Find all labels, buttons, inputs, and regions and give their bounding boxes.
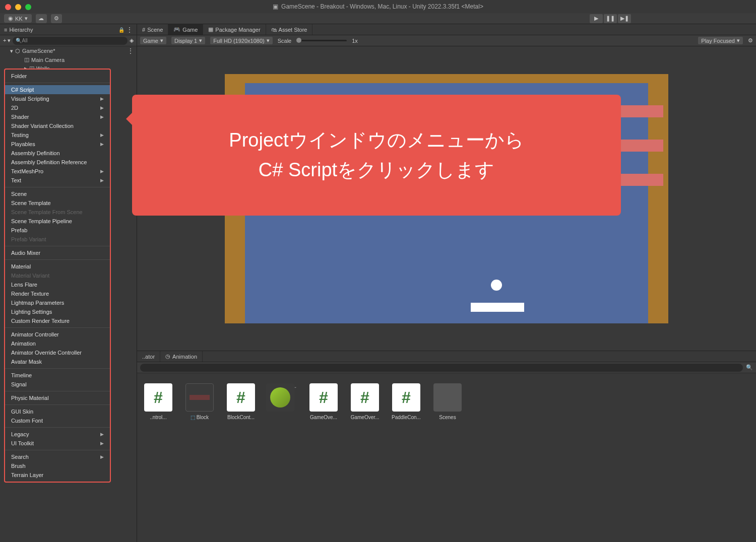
chevron-right-icon: ▶ bbox=[100, 132, 104, 138]
asset-item[interactable]: Scenes bbox=[431, 383, 464, 420]
account-menu[interactable]: ◉ KK ▾ bbox=[4, 14, 32, 23]
project-search[interactable] bbox=[140, 364, 743, 372]
asset-item[interactable]: #..ntrol... bbox=[142, 383, 174, 420]
expand-icon[interactable]: ▾ bbox=[10, 48, 13, 54]
menu-search[interactable]: Search▶ bbox=[5, 452, 110, 461]
menu-legacy[interactable]: Legacy▶ bbox=[5, 430, 110, 439]
menu-brush[interactable]: Brush bbox=[5, 461, 110, 470]
asset-item[interactable]: #GameOve... bbox=[307, 383, 340, 420]
lock-icon[interactable] bbox=[118, 27, 124, 33]
menu-scene-template-pipeline[interactable]: Scene Template Pipeline bbox=[5, 217, 110, 226]
create-dropdown[interactable]: + ▾ bbox=[3, 37, 11, 44]
tree-item-label: Main Camera bbox=[31, 57, 65, 63]
menu-audio-mixer[interactable]: Audio Mixer bbox=[5, 248, 110, 257]
display-dropdown[interactable]: Display 1▾ bbox=[171, 37, 205, 44]
script-icon: # bbox=[392, 383, 420, 412]
step-button[interactable]: ▶❚ bbox=[618, 14, 631, 23]
chevron-right-icon: ▶ bbox=[100, 432, 104, 437]
menu-material[interactable]: Material bbox=[5, 262, 110, 271]
asset-item[interactable]: ⬚ Block bbox=[183, 383, 216, 420]
title-text: GameScene - Breakout - Windows, Mac, Lin… bbox=[281, 3, 483, 10]
menu-assembly-definition[interactable]: Assembly Definition bbox=[5, 149, 110, 158]
chevron-down-icon: ▾ bbox=[199, 37, 202, 44]
menu-timeline[interactable]: Timeline bbox=[5, 371, 110, 380]
hierarchy-search[interactable]: 🔍 All bbox=[13, 37, 128, 45]
menu-csharp-script[interactable]: C# Script bbox=[5, 85, 110, 94]
asset-item[interactable]: #PaddleCon... bbox=[390, 383, 422, 420]
menu-folder[interactable]: Folder bbox=[5, 72, 110, 81]
menu-gui-skin[interactable]: GUI Skin bbox=[5, 407, 110, 416]
menu-textmeshpro[interactable]: TextMeshPro▶ bbox=[5, 167, 110, 176]
menu-shader-variant[interactable]: Shader Variant Collection bbox=[5, 121, 110, 130]
create-context-menu: Folder C# Script Visual Scripting▶ 2D▶ S… bbox=[4, 69, 111, 483]
menu-text[interactable]: Text▶ bbox=[5, 176, 110, 185]
hierarchy-tab[interactable]: ≡ Hierarchy bbox=[0, 24, 137, 35]
scene-menu-icon[interactable] bbox=[128, 47, 134, 54]
tree-item[interactable]: ◫ Main Camera bbox=[0, 55, 137, 64]
menu-terrain-layer[interactable]: Terrain Layer bbox=[5, 470, 110, 480]
tutorial-callout: Projectウインドウのメニューから C# Scriptをクリックします bbox=[132, 95, 621, 216]
tab-package-manager[interactable]: ▦Package Manager bbox=[203, 24, 266, 35]
resolution-dropdown[interactable]: Full HD (1920x1080)▾ bbox=[210, 37, 273, 44]
menu-lightmap[interactable]: Lightmap Parameters bbox=[5, 298, 110, 307]
script-icon: # bbox=[227, 383, 255, 412]
menu-animation[interactable]: Animation bbox=[5, 339, 110, 348]
menu-custom-font[interactable]: Custom Font bbox=[5, 416, 110, 425]
menu-custom-render-texture[interactable]: Custom Render Texture bbox=[5, 316, 110, 325]
asset-label: PaddleCon... bbox=[390, 415, 422, 420]
menu-testing[interactable]: Testing▶ bbox=[5, 130, 110, 140]
menu-2d[interactable]: 2D▶ bbox=[5, 103, 110, 112]
window-minimize-button[interactable] bbox=[15, 4, 21, 10]
menu-avatar-mask[interactable]: Avatar Mask bbox=[5, 357, 110, 366]
menu-animator-override[interactable]: Animator Override Controller bbox=[5, 348, 110, 357]
window-close-button[interactable] bbox=[5, 4, 11, 10]
menu-assembly-reference[interactable]: Assembly Definition Reference bbox=[5, 158, 110, 167]
store-icon: 🛍 bbox=[271, 27, 277, 33]
scene-name: GameScene* bbox=[22, 48, 55, 54]
panel-menu-icon[interactable] bbox=[127, 26, 133, 33]
chevron-down-icon: ▾ bbox=[160, 37, 163, 44]
callout-text-2: C# Scriptをクリックします bbox=[259, 157, 494, 183]
asset-item[interactable]: #BlockCont... bbox=[225, 383, 257, 420]
menu-prefab[interactable]: Prefab bbox=[5, 226, 110, 235]
menu-physic-material[interactable]: Physic Material bbox=[5, 393, 110, 402]
menu-signal[interactable]: Signal bbox=[5, 380, 110, 389]
scale-slider[interactable] bbox=[296, 40, 347, 41]
slider-thumb[interactable] bbox=[296, 38, 301, 43]
tab-animator[interactable]: ..ator bbox=[137, 351, 160, 362]
window-maximize-button[interactable] bbox=[25, 4, 31, 10]
search-icon: 🔍 bbox=[746, 364, 753, 371]
package-icon: ▦ bbox=[208, 26, 213, 33]
search-placeholder: All bbox=[22, 38, 27, 43]
tab-scene[interactable]: #Scene bbox=[137, 24, 168, 35]
prefab-icon bbox=[185, 383, 214, 412]
ball-icon bbox=[266, 383, 294, 412]
menu-lighting-settings[interactable]: Lighting Settings bbox=[5, 307, 110, 316]
filter-icon[interactable]: ◈ bbox=[130, 37, 134, 44]
tab-animation[interactable]: ◷Animation bbox=[160, 351, 203, 362]
game-mode-dropdown[interactable]: Game▾ bbox=[140, 37, 166, 44]
tab-asset-store[interactable]: 🛍Asset Store bbox=[266, 24, 313, 35]
project-panel: ..ator ◷Animation 🔍 #..ntrol...⬚ Block#B… bbox=[137, 351, 756, 542]
play-focused-dropdown[interactable]: Play Focused▾ bbox=[698, 37, 743, 44]
tab-game[interactable]: 🎮Game bbox=[168, 24, 203, 35]
menu-scene-template[interactable]: Scene Template bbox=[5, 198, 110, 208]
menu-shader[interactable]: Shader▶ bbox=[5, 112, 110, 121]
menu-playables[interactable]: Playables▶ bbox=[5, 140, 110, 149]
settings-button[interactable]: ⚙ bbox=[51, 14, 62, 23]
play-button[interactable]: ▶ bbox=[590, 14, 603, 23]
chevron-right-icon: ▶ bbox=[100, 142, 104, 147]
menu-animator-controller[interactable]: Animator Controller bbox=[5, 330, 110, 339]
menu-render-texture[interactable]: Render Texture bbox=[5, 289, 110, 298]
scene-root[interactable]: ▾ ⬡ GameScene* bbox=[0, 46, 137, 55]
pause-button[interactable]: ❚❚ bbox=[604, 14, 617, 23]
asset-label: ⬚ Block bbox=[183, 415, 216, 420]
menu-scene[interactable]: Scene bbox=[5, 189, 110, 198]
menu-lens-flare[interactable]: Lens Flare bbox=[5, 280, 110, 289]
menu-ui-toolkit[interactable]: UI Toolkit▶ bbox=[5, 439, 110, 448]
asset-item[interactable]: #GameOver... bbox=[349, 383, 381, 420]
gizmo-icon[interactable]: ⚙ bbox=[748, 37, 753, 44]
cloud-button[interactable]: ☁ bbox=[36, 14, 47, 23]
menu-visual-scripting[interactable]: Visual Scripting▶ bbox=[5, 94, 110, 103]
asset-item[interactable]: BounceMa... bbox=[266, 383, 298, 420]
